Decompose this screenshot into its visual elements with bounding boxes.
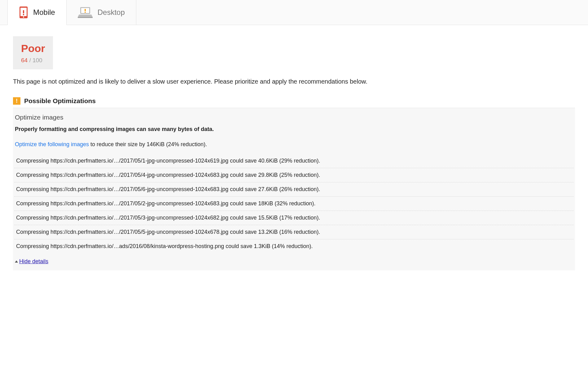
tab-desktop-label: Desktop [98, 8, 125, 17]
section-header: ! Possible Optimizations [13, 96, 575, 108]
svg-point-4 [23, 16, 24, 18]
section-title: Possible Optimizations [24, 97, 96, 105]
optimize-images-link[interactable]: Optimize the following images [15, 141, 89, 147]
optimization-items: Compressing https://cdn.perfmatters.io/…… [13, 154, 575, 253]
svg-rect-3 [23, 14, 24, 15]
score-max: 100 [33, 57, 42, 63]
score-card: Poor 64 / 100 [13, 36, 53, 69]
list-item: Compressing https://cdn.perfmatters.io/…… [14, 197, 574, 211]
tab-mobile[interactable]: Mobile [7, 0, 67, 25]
list-item: Compressing https://cdn.perfmatters.io/…… [14, 168, 574, 182]
rule-summary-suffix: to reduce their size by 146KiB (24% redu… [89, 141, 207, 147]
score-rating: Poor [21, 42, 45, 55]
svg-rect-9 [85, 12, 86, 13]
tab-desktop[interactable]: Desktop [67, 0, 136, 25]
list-item: Compressing https://cdn.perfmatters.io/…… [14, 211, 574, 225]
rule-description: Properly formatting and compressing imag… [13, 126, 575, 141]
svg-rect-7 [78, 17, 93, 18]
score-line: 64 / 100 [21, 57, 45, 64]
rule-summary: Optimize the following images to reduce … [13, 141, 575, 154]
list-item: Compressing https://cdn.perfmatters.io/…… [14, 225, 574, 239]
device-tabs: Mobile Desktop [0, 0, 588, 25]
list-item: Compressing https://cdn.perfmatters.io/…… [14, 239, 574, 253]
hide-details-label: Hide details [19, 258, 48, 265]
mobile-icon [19, 6, 28, 19]
list-item: Compressing https://cdn.perfmatters.io/…… [14, 154, 574, 168]
score-separator: / [28, 57, 33, 63]
summary-text: This page is not optimized and is likely… [13, 77, 575, 86]
hide-details-link[interactable]: Hide details [13, 258, 48, 265]
svg-rect-2 [23, 10, 24, 13]
score-value: 64 [21, 57, 28, 63]
desktop-icon [78, 7, 93, 18]
list-item: Compressing https://cdn.perfmatters.io/…… [14, 182, 574, 197]
tab-mobile-label: Mobile [33, 8, 55, 17]
triangle-up-icon [15, 260, 18, 263]
content-area: Poor 64 / 100 This page is not optimized… [0, 25, 588, 281]
svg-rect-8 [85, 9, 86, 11]
optimization-panel: Optimize images Properly formatting and … [13, 108, 575, 270]
warning-icon: ! [13, 97, 20, 105]
rule-title: Optimize images [13, 114, 575, 126]
